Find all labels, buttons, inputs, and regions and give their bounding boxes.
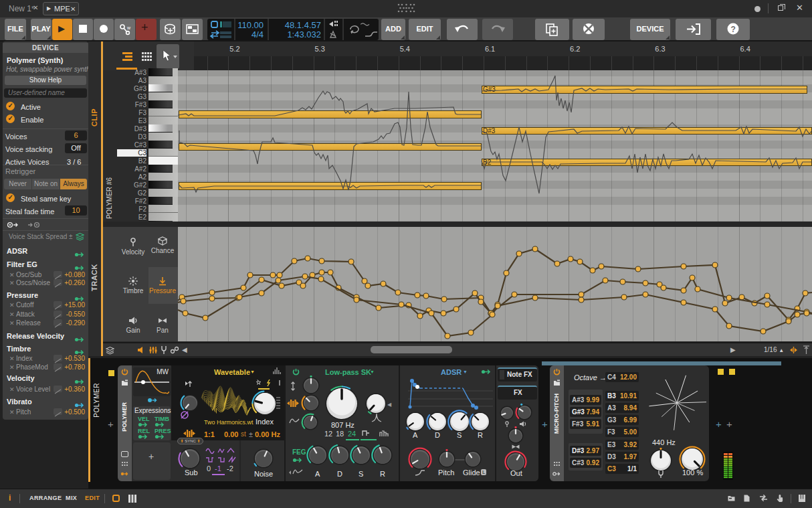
svg-text:w: w (126, 25, 131, 30)
svg-text:?: ? (731, 25, 736, 34)
